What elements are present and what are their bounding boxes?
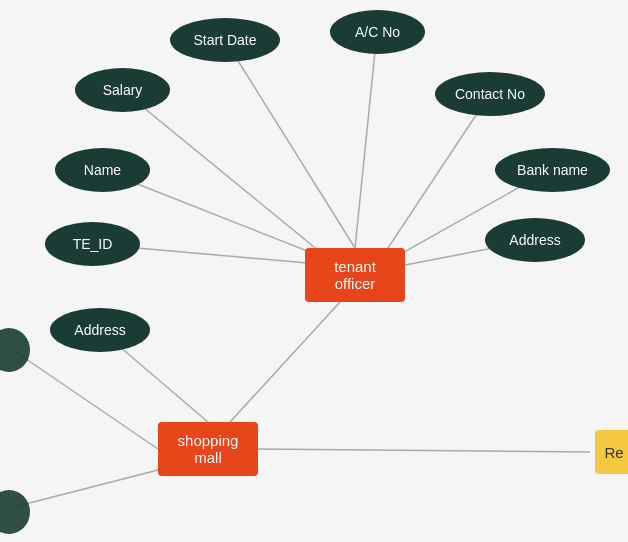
address-left-node: Address xyxy=(50,308,150,352)
shopping-mall-node: shopping mall xyxy=(158,422,258,476)
address-right-node: Address xyxy=(485,218,585,262)
svg-line-0 xyxy=(225,40,355,248)
salary-node: Salary xyxy=(75,68,170,112)
svg-line-11 xyxy=(258,449,590,452)
bank-name-node: Bank name xyxy=(495,148,610,192)
svg-line-1 xyxy=(355,32,377,248)
diagram-canvas: tenant officer Start Date A/C No Contact… xyxy=(0,0,628,542)
svg-line-3 xyxy=(122,90,330,260)
ac-no-node: A/C No xyxy=(330,10,425,54)
svg-line-12 xyxy=(230,302,340,422)
partial-ellipse-1 xyxy=(0,328,30,372)
te-id-node: TE_ID xyxy=(45,222,140,266)
name-node: Name xyxy=(55,148,150,192)
re-node: Re xyxy=(595,430,628,474)
partial-ellipse-2 xyxy=(0,490,30,534)
svg-line-2 xyxy=(380,94,490,260)
svg-line-10 xyxy=(10,470,158,508)
contact-no-node: Contact No xyxy=(435,72,545,116)
start-date-node: Start Date xyxy=(170,18,280,62)
svg-line-9 xyxy=(10,348,158,449)
tenant-officer-node: tenant officer xyxy=(305,248,405,302)
